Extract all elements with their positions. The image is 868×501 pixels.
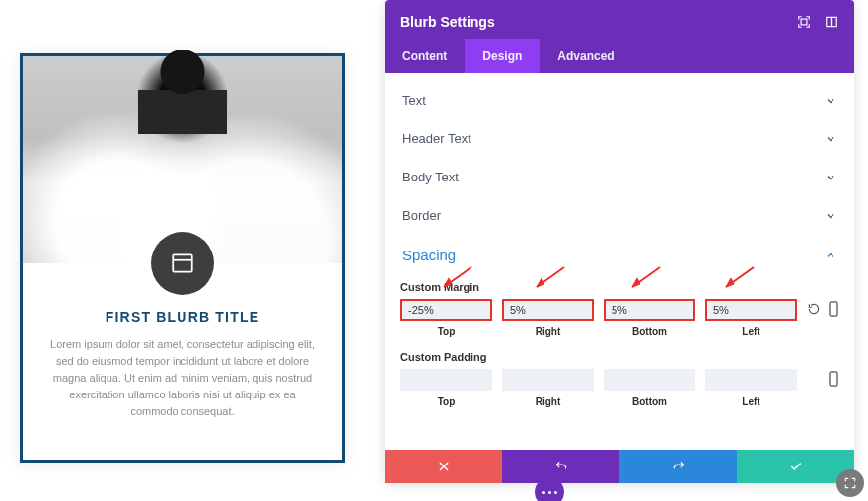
fullscreen-button[interactable] — [836, 469, 864, 497]
section-border[interactable]: Border — [400, 196, 838, 235]
side-label-left: Left — [705, 326, 797, 337]
margin-right-input[interactable] — [502, 299, 594, 321]
annotation-arrow — [626, 265, 666, 295]
side-label-top: Top — [400, 396, 492, 407]
svg-marker-12 — [726, 278, 734, 287]
section-label: Text — [402, 93, 426, 107]
check-icon — [788, 460, 804, 473]
section-label: Spacing — [402, 247, 456, 263]
padding-bottom-input[interactable] — [604, 369, 695, 391]
window-icon — [170, 250, 195, 276]
padding-right-input[interactable] — [502, 369, 594, 391]
blurb-title: FIRST BLURB TITLE — [48, 309, 317, 324]
close-icon — [437, 460, 451, 473]
redo-icon — [671, 460, 687, 473]
section-label: Border — [402, 208, 441, 223]
blurb-preview: FIRST BLURB TITLE Lorem ipsum dolor sit … — [20, 53, 345, 463]
side-label-right: Right — [502, 396, 594, 407]
custom-padding-row: Top Right Bottom Left — [400, 369, 838, 407]
side-label-left: Left — [705, 396, 797, 407]
svg-rect-13 — [830, 302, 837, 316]
panel-footer — [385, 450, 854, 483]
redo-button[interactable] — [619, 450, 737, 483]
section-label: Header Text — [402, 131, 471, 146]
columns-icon[interactable] — [825, 15, 838, 29]
panel-content[interactable]: Text Header Text Body Text Border Spacin… — [385, 73, 854, 450]
svg-rect-2 — [801, 19, 807, 25]
svg-rect-14 — [830, 372, 837, 386]
settings-panel: Blurb Settings Content Design Advanced T… — [385, 0, 854, 483]
tab-content[interactable]: Content — [385, 39, 465, 73]
fullscreen-icon — [843, 476, 857, 490]
chevron-up-icon — [825, 250, 836, 261]
module-icon — [151, 232, 214, 295]
expand-icon[interactable] — [797, 15, 811, 29]
link-icon[interactable] — [829, 301, 838, 317]
undo-button[interactable] — [502, 450, 619, 483]
person-silhouette — [138, 50, 227, 169]
padding-top-input[interactable] — [400, 369, 492, 391]
side-label-bottom: Bottom — [604, 326, 695, 337]
svg-marker-8 — [537, 278, 544, 287]
section-label: Body Text — [402, 170, 459, 184]
annotation-arrow — [531, 265, 570, 295]
annotation-arrow — [720, 265, 760, 295]
hero-image — [23, 56, 342, 263]
section-text[interactable]: Text — [400, 81, 838, 119]
chevron-down-icon — [825, 133, 836, 145]
blurb-text: Lorem ipsum dolor sit amet, consectetur … — [48, 336, 317, 420]
header-spacer — [385, 30, 854, 39]
chevron-down-icon — [825, 210, 836, 222]
margin-top-input[interactable] — [400, 299, 492, 321]
svg-marker-10 — [632, 278, 640, 287]
side-label-bottom: Bottom — [604, 396, 695, 407]
side-label-right: Right — [502, 326, 594, 337]
drag-handle[interactable] — [535, 477, 564, 501]
section-body-text[interactable]: Body Text — [400, 158, 838, 196]
annotation-arrow — [438, 265, 477, 295]
cancel-button[interactable] — [385, 450, 502, 483]
chevron-down-icon — [825, 172, 836, 183]
tab-advanced[interactable]: Advanced — [540, 39, 631, 73]
tab-design[interactable]: Design — [465, 39, 540, 73]
chevron-down-icon — [825, 95, 836, 107]
settings-tabs: Content Design Advanced — [385, 39, 854, 73]
panel-title: Blurb Settings — [400, 14, 495, 30]
svg-marker-6 — [444, 278, 452, 287]
link-icon[interactable] — [829, 371, 838, 387]
margin-left-input[interactable] — [705, 299, 797, 321]
undo-icon — [553, 460, 569, 473]
section-header-text[interactable]: Header Text — [400, 119, 838, 158]
custom-margin-row: Top Right Bottom Left — [400, 299, 838, 337]
margin-bottom-input[interactable] — [604, 299, 695, 321]
side-label-top: Top — [400, 326, 492, 337]
svg-rect-0 — [173, 254, 192, 271]
custom-padding-label: Custom Padding — [400, 351, 838, 363]
svg-rect-3 — [827, 17, 832, 26]
svg-rect-4 — [832, 17, 837, 26]
panel-header: Blurb Settings — [385, 0, 854, 30]
reset-icon[interactable] — [807, 302, 821, 316]
padding-left-input[interactable] — [705, 369, 797, 391]
